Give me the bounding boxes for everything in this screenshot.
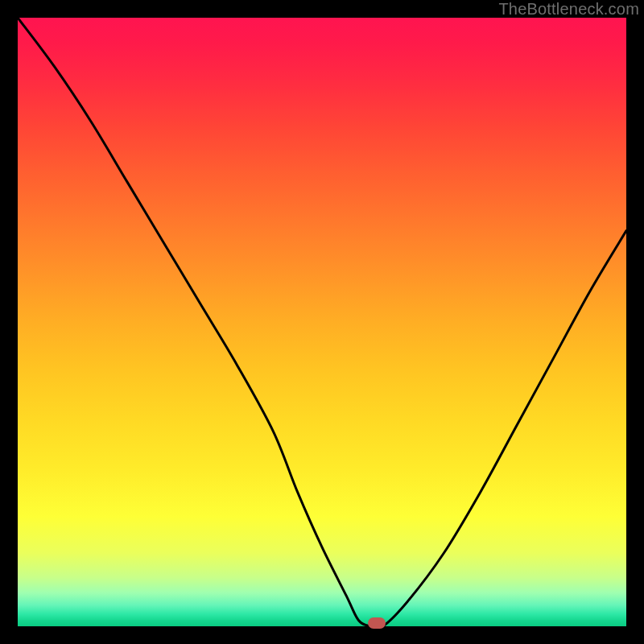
watermark-text: TheBottleneck.com xyxy=(498,0,639,19)
optimal-marker xyxy=(368,617,386,629)
chart-frame: TheBottleneck.com xyxy=(0,0,644,644)
bottleneck-curve xyxy=(18,18,626,626)
plot-area xyxy=(18,18,626,626)
